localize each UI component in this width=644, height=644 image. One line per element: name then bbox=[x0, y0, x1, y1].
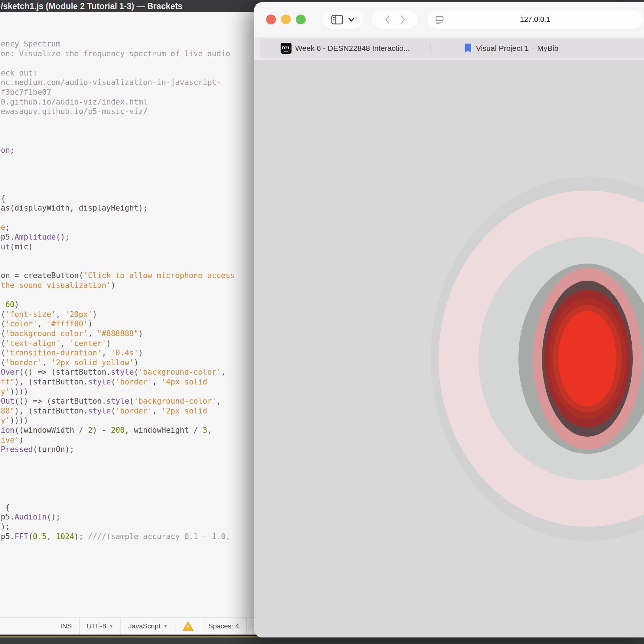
code-line: p5.Amplitude(); bbox=[1, 232, 70, 242]
code-token-plain: , bbox=[207, 426, 212, 435]
close-button[interactable] bbox=[266, 15, 276, 24]
code-token-number: 200 bbox=[111, 426, 125, 435]
insert-mode-indicator[interactable]: INS bbox=[53, 617, 79, 635]
code-token-plain: ) - bbox=[93, 426, 111, 435]
p5-canvas[interactable] bbox=[254, 60, 644, 637]
brackets-window-title: /sketch1.js (Module 2 Tutorial 1-3) — Br… bbox=[1, 1, 183, 11]
code-token-plain: (); bbox=[46, 513, 60, 521]
code-token-plain: ); bbox=[1, 522, 10, 531]
code-token-plain: ) bbox=[88, 319, 93, 328]
code-line: Out(() => (startButton.style('background… bbox=[1, 396, 221, 406]
code-line: ('border', '2px solid yellow') bbox=[1, 358, 138, 368]
code-token-plain: as(displayWidth, displayHeight); bbox=[1, 204, 148, 212]
sidebar-menu-button[interactable] bbox=[348, 17, 355, 22]
tab-week6[interactable]: D2L Week 6 - DESN22848 Interactio... bbox=[260, 43, 431, 54]
code-line: Over(() => (startButton.style('backgroun… bbox=[1, 367, 226, 377]
code-token-plain: , bbox=[88, 329, 97, 338]
indent-setting[interactable]: Spaces: 4 bbox=[201, 617, 247, 635]
code-token-plain: (mic) bbox=[10, 242, 33, 251]
code-line: as(displayWidth, displayHeight); bbox=[1, 203, 148, 213]
code-token-number: 2 bbox=[88, 426, 93, 435]
code-line: ion((windowWidth / 2) - 200, windowHeigh… bbox=[1, 425, 212, 435]
code-line: nc.medium.com/audio-visualization-in-jav… bbox=[1, 78, 221, 87]
safari-toolbar: 127.0.0.1 bbox=[254, 2, 644, 37]
code-token-plain: , bbox=[152, 378, 161, 386]
code-token-plain: ) bbox=[138, 349, 143, 357]
code-token-number: 3 bbox=[203, 426, 207, 435]
code-token-plain: { bbox=[1, 194, 5, 203]
code-token-keyword: AudioIn bbox=[15, 513, 47, 521]
minimize-button[interactable] bbox=[281, 15, 291, 24]
tab-visual-project[interactable]: Visual Project 1 – MyBib bbox=[431, 44, 644, 53]
tab-group: D2L Week 6 - DESN22848 Interactio... Vis… bbox=[260, 39, 644, 58]
ripple-ring bbox=[558, 311, 616, 407]
code-token-string: 'background-color' bbox=[5, 329, 88, 338]
sidebar-toggle-group bbox=[322, 11, 364, 29]
code-token-plain: (); bbox=[56, 233, 70, 241]
code-line: ('background-color', "#888888") bbox=[1, 329, 143, 339]
tab-visual-project-label: Visual Project 1 – MyBib bbox=[476, 44, 558, 53]
d2l-favicon-bar bbox=[284, 51, 288, 52]
code-token-comment: f3bc7f1be07 bbox=[1, 88, 51, 97]
code-token-plain: , bbox=[216, 397, 221, 405]
tab-week6-label: Week 6 - DESN22848 Interactio... bbox=[295, 44, 410, 53]
code-token-plain: ( bbox=[134, 368, 139, 376]
code-token-plain: ( bbox=[28, 532, 33, 541]
code-line: y')))) bbox=[1, 387, 28, 397]
encoding-dropdown[interactable]: UTF-8 ▼ bbox=[79, 617, 121, 635]
code-token-keyword: on bbox=[1, 146, 10, 155]
sidebar-icon bbox=[331, 14, 343, 25]
code-token-keyword: style bbox=[106, 397, 129, 405]
code-token-string: '20px' bbox=[65, 310, 93, 319]
code-token-keyword: style bbox=[88, 407, 111, 415]
code-line: e; bbox=[1, 223, 10, 232]
code-token-plain: (() => (startButton. bbox=[15, 397, 106, 405]
code-token-keyword: Pressed bbox=[1, 445, 33, 454]
code-line: y')))) bbox=[1, 416, 28, 425]
language-dropdown[interactable]: JavaScript ▼ bbox=[121, 617, 175, 635]
chevron-right-icon bbox=[399, 14, 407, 25]
code-token-plain: , windowHeight / bbox=[125, 426, 203, 435]
lint-warning-button[interactable] bbox=[175, 617, 201, 635]
code-token-string: ive' bbox=[1, 436, 19, 444]
code-token-keyword: Amplitude bbox=[15, 233, 56, 241]
code-token-comment: nc.medium.com/audio-visualization-in-jav… bbox=[1, 78, 221, 87]
spaces-label: Spaces: 4 bbox=[208, 622, 239, 630]
forward-button[interactable] bbox=[399, 14, 407, 25]
sidebar-toggle-button[interactable] bbox=[331, 14, 343, 25]
code-token-string: 88" bbox=[1, 407, 15, 415]
code-token-plain: ) bbox=[134, 358, 139, 367]
code-token-number: 1024 bbox=[56, 532, 74, 541]
code-token-string: "#888888" bbox=[97, 329, 139, 338]
back-button[interactable] bbox=[383, 14, 391, 25]
code-token-string: 'background-color' bbox=[138, 368, 221, 376]
code-token-plain: , bbox=[152, 407, 161, 415]
code-line: on; bbox=[1, 146, 15, 155]
code-token-plain: , bbox=[46, 532, 56, 541]
code-token-plain: p5. bbox=[1, 532, 15, 541]
code-line: 88"), (startButton.style('border', '2px … bbox=[1, 406, 207, 416]
zoom-button[interactable] bbox=[296, 15, 306, 24]
code-token-string: '0.4s' bbox=[111, 349, 138, 357]
safari-window: 127.0.0.1 D2L Week 6 - DESN22848 Interac… bbox=[254, 2, 644, 637]
reader-icon[interactable] bbox=[435, 15, 444, 26]
bookmark-icon bbox=[464, 44, 472, 53]
code-line: p5.FFT(0.5, 1024); ////(sample accuracy … bbox=[1, 532, 230, 542]
code-line: ency Spectrum bbox=[1, 39, 60, 49]
code-line: 60) bbox=[1, 300, 19, 310]
code-token-string: y' bbox=[1, 416, 10, 425]
code-line: ); bbox=[1, 522, 10, 532]
url-text: 127.0.0.1 bbox=[520, 15, 550, 24]
code-token-keyword: FFT bbox=[15, 532, 28, 541]
code-token-plain: ; bbox=[5, 223, 10, 232]
code-token-plain: ( bbox=[1, 319, 5, 328]
address-bar[interactable]: 127.0.0.1 bbox=[427, 11, 643, 29]
code-token-plain: )))) bbox=[10, 387, 28, 396]
code-token-plain: p5. bbox=[1, 513, 15, 521]
code-line: ('color', '#ffff00') bbox=[1, 319, 93, 329]
code-token-plain: )))) bbox=[10, 416, 28, 425]
code-token-plain: ( bbox=[111, 407, 115, 415]
code-line: ewasaguy.github.io/p5-music-viz/ bbox=[1, 107, 148, 117]
code-token-plain: , bbox=[60, 339, 69, 348]
code-token-plain: ) bbox=[138, 329, 143, 338]
